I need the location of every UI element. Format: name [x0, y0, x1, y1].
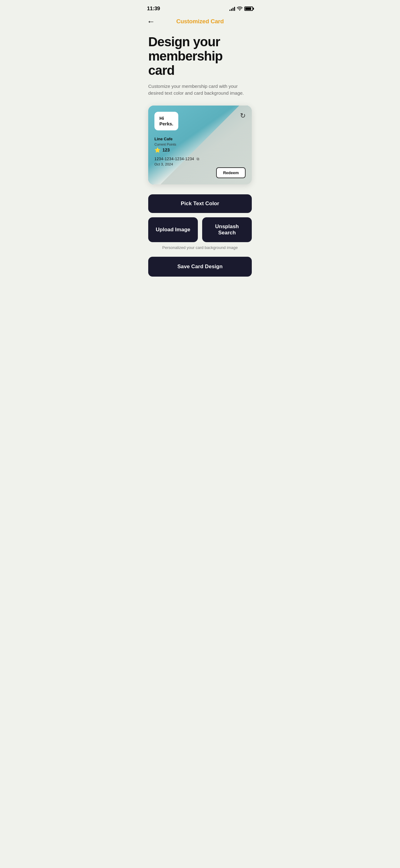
page-heading: Design your membership card [148, 35, 252, 78]
card-preview: Hi Perks. ↻ Line Cafe Current Points ⭐ 1… [148, 105, 252, 184]
points-row: ⭐ 123 [155, 147, 245, 153]
upload-image-button[interactable]: Upload Image [148, 217, 198, 242]
page-subtitle: Customize your membership card with your… [148, 83, 252, 97]
card-date: Oct 3, 2024 [155, 162, 245, 166]
cafe-name: Line Cafe [155, 136, 245, 141]
star-icon: ⭐ [155, 147, 161, 153]
save-card-design-button[interactable]: Save Card Design [148, 257, 252, 277]
page-title: Customized Card [176, 18, 224, 25]
main-content: Design your membership card Customize yo… [139, 30, 261, 289]
image-buttons-row: Upload Image Unsplash Search [148, 217, 252, 242]
copy-icon[interactable]: ⧉ [197, 157, 199, 161]
card-number: 1234-1234-1234-1234 [155, 157, 194, 161]
buttons-section: Pick Text Color Upload Image Unsplash Se… [148, 194, 252, 277]
nav-bar: ← Customized Card [139, 16, 261, 30]
status-icons [229, 6, 253, 11]
card-logo: Hi Perks. [155, 112, 178, 130]
card-info: Line Cafe Current Points ⭐ 123 1234-1234… [155, 136, 245, 178]
pick-text-color-button[interactable]: Pick Text Color [148, 194, 252, 213]
wifi-icon [237, 6, 242, 11]
refresh-icon[interactable]: ↻ [240, 112, 245, 120]
points-value: 123 [163, 148, 170, 152]
back-button[interactable]: ← [147, 18, 155, 26]
battery-icon [244, 6, 253, 11]
unsplash-search-button[interactable]: Unsplash Search [202, 217, 252, 242]
redeem-button[interactable]: Redeem [216, 167, 245, 178]
status-bar: 11:39 [139, 0, 261, 16]
image-hint: Personalized your card background image [148, 245, 252, 250]
card-logo-line2: Perks. [159, 121, 173, 127]
points-label: Current Points [155, 143, 245, 146]
card-number-row: 1234-1234-1234-1234 ⧉ [155, 157, 245, 161]
signal-icon [229, 6, 235, 11]
status-time: 11:39 [147, 6, 160, 12]
card-logo-line1: Hi [159, 116, 173, 121]
